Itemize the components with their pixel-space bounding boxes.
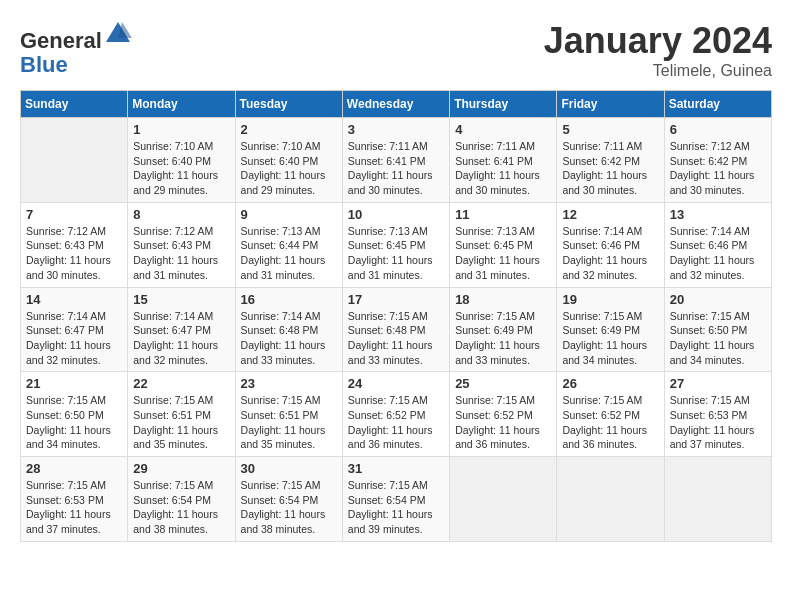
day-number: 29 (133, 461, 229, 476)
day-number: 16 (241, 292, 337, 307)
day-number: 11 (455, 207, 551, 222)
calendar-cell: 11 Sunrise: 7:13 AMSunset: 6:45 PMDaylig… (450, 202, 557, 287)
page-header: General Blue January 2024 Telimele, Guin… (20, 20, 772, 80)
calendar-cell: 25 Sunrise: 7:15 AMSunset: 6:52 PMDaylig… (450, 372, 557, 457)
weekday-header-friday: Friday (557, 91, 664, 118)
week-row-4: 21 Sunrise: 7:15 AMSunset: 6:50 PMDaylig… (21, 372, 772, 457)
day-number: 20 (670, 292, 766, 307)
day-info: Sunrise: 7:11 AMSunset: 6:42 PMDaylight:… (562, 139, 658, 198)
calendar-cell: 23 Sunrise: 7:15 AMSunset: 6:51 PMDaylig… (235, 372, 342, 457)
day-number: 28 (26, 461, 122, 476)
day-number: 2 (241, 122, 337, 137)
week-row-5: 28 Sunrise: 7:15 AMSunset: 6:53 PMDaylig… (21, 457, 772, 542)
day-number: 8 (133, 207, 229, 222)
week-row-2: 7 Sunrise: 7:12 AMSunset: 6:43 PMDayligh… (21, 202, 772, 287)
day-number: 22 (133, 376, 229, 391)
weekday-header-row: SundayMondayTuesdayWednesdayThursdayFrid… (21, 91, 772, 118)
day-info: Sunrise: 7:14 AMSunset: 6:46 PMDaylight:… (670, 224, 766, 283)
day-info: Sunrise: 7:14 AMSunset: 6:48 PMDaylight:… (241, 309, 337, 368)
calendar-cell (664, 457, 771, 542)
day-info: Sunrise: 7:13 AMSunset: 6:44 PMDaylight:… (241, 224, 337, 283)
day-number: 24 (348, 376, 444, 391)
calendar-cell: 6 Sunrise: 7:12 AMSunset: 6:42 PMDayligh… (664, 118, 771, 203)
calendar-cell: 30 Sunrise: 7:15 AMSunset: 6:54 PMDaylig… (235, 457, 342, 542)
day-number: 23 (241, 376, 337, 391)
calendar-cell: 7 Sunrise: 7:12 AMSunset: 6:43 PMDayligh… (21, 202, 128, 287)
weekday-header-wednesday: Wednesday (342, 91, 449, 118)
calendar-cell: 22 Sunrise: 7:15 AMSunset: 6:51 PMDaylig… (128, 372, 235, 457)
day-info: Sunrise: 7:15 AMSunset: 6:49 PMDaylight:… (455, 309, 551, 368)
calendar-cell: 10 Sunrise: 7:13 AMSunset: 6:45 PMDaylig… (342, 202, 449, 287)
calendar-cell: 21 Sunrise: 7:15 AMSunset: 6:50 PMDaylig… (21, 372, 128, 457)
calendar-cell: 4 Sunrise: 7:11 AMSunset: 6:41 PMDayligh… (450, 118, 557, 203)
day-info: Sunrise: 7:15 AMSunset: 6:49 PMDaylight:… (562, 309, 658, 368)
day-info: Sunrise: 7:15 AMSunset: 6:52 PMDaylight:… (455, 393, 551, 452)
day-info: Sunrise: 7:15 AMSunset: 6:52 PMDaylight:… (562, 393, 658, 452)
day-info: Sunrise: 7:12 AMSunset: 6:43 PMDaylight:… (133, 224, 229, 283)
calendar-cell: 9 Sunrise: 7:13 AMSunset: 6:44 PMDayligh… (235, 202, 342, 287)
day-info: Sunrise: 7:11 AMSunset: 6:41 PMDaylight:… (348, 139, 444, 198)
day-info: Sunrise: 7:15 AMSunset: 6:54 PMDaylight:… (348, 478, 444, 537)
day-number: 9 (241, 207, 337, 222)
day-number: 27 (670, 376, 766, 391)
weekday-header-sunday: Sunday (21, 91, 128, 118)
calendar-cell (557, 457, 664, 542)
day-info: Sunrise: 7:11 AMSunset: 6:41 PMDaylight:… (455, 139, 551, 198)
calendar-cell (21, 118, 128, 203)
weekday-header-saturday: Saturday (664, 91, 771, 118)
calendar-cell: 5 Sunrise: 7:11 AMSunset: 6:42 PMDayligh… (557, 118, 664, 203)
calendar-cell: 15 Sunrise: 7:14 AMSunset: 6:47 PMDaylig… (128, 287, 235, 372)
calendar-cell: 3 Sunrise: 7:11 AMSunset: 6:41 PMDayligh… (342, 118, 449, 203)
day-info: Sunrise: 7:14 AMSunset: 6:47 PMDaylight:… (26, 309, 122, 368)
week-row-1: 1 Sunrise: 7:10 AMSunset: 6:40 PMDayligh… (21, 118, 772, 203)
day-number: 7 (26, 207, 122, 222)
calendar-cell: 17 Sunrise: 7:15 AMSunset: 6:48 PMDaylig… (342, 287, 449, 372)
calendar-cell: 13 Sunrise: 7:14 AMSunset: 6:46 PMDaylig… (664, 202, 771, 287)
logo-icon (104, 20, 132, 48)
day-info: Sunrise: 7:10 AMSunset: 6:40 PMDaylight:… (241, 139, 337, 198)
day-info: Sunrise: 7:13 AMSunset: 6:45 PMDaylight:… (455, 224, 551, 283)
day-info: Sunrise: 7:15 AMSunset: 6:54 PMDaylight:… (241, 478, 337, 537)
day-info: Sunrise: 7:15 AMSunset: 6:48 PMDaylight:… (348, 309, 444, 368)
day-info: Sunrise: 7:12 AMSunset: 6:42 PMDaylight:… (670, 139, 766, 198)
month-title: January 2024 (544, 20, 772, 62)
day-number: 1 (133, 122, 229, 137)
day-number: 6 (670, 122, 766, 137)
calendar-cell: 1 Sunrise: 7:10 AMSunset: 6:40 PMDayligh… (128, 118, 235, 203)
day-info: Sunrise: 7:14 AMSunset: 6:47 PMDaylight:… (133, 309, 229, 368)
day-number: 15 (133, 292, 229, 307)
calendar-cell: 24 Sunrise: 7:15 AMSunset: 6:52 PMDaylig… (342, 372, 449, 457)
calendar-cell: 2 Sunrise: 7:10 AMSunset: 6:40 PMDayligh… (235, 118, 342, 203)
logo-blue-text: Blue (20, 52, 68, 77)
calendar-cell: 16 Sunrise: 7:14 AMSunset: 6:48 PMDaylig… (235, 287, 342, 372)
day-info: Sunrise: 7:14 AMSunset: 6:46 PMDaylight:… (562, 224, 658, 283)
calendar-cell (450, 457, 557, 542)
calendar-cell: 29 Sunrise: 7:15 AMSunset: 6:54 PMDaylig… (128, 457, 235, 542)
day-info: Sunrise: 7:15 AMSunset: 6:53 PMDaylight:… (26, 478, 122, 537)
calendar-table: SundayMondayTuesdayWednesdayThursdayFrid… (20, 90, 772, 542)
calendar-cell: 28 Sunrise: 7:15 AMSunset: 6:53 PMDaylig… (21, 457, 128, 542)
calendar-cell: 14 Sunrise: 7:14 AMSunset: 6:47 PMDaylig… (21, 287, 128, 372)
calendar-cell: 31 Sunrise: 7:15 AMSunset: 6:54 PMDaylig… (342, 457, 449, 542)
calendar-cell: 19 Sunrise: 7:15 AMSunset: 6:49 PMDaylig… (557, 287, 664, 372)
day-number: 18 (455, 292, 551, 307)
day-number: 13 (670, 207, 766, 222)
day-number: 25 (455, 376, 551, 391)
day-number: 31 (348, 461, 444, 476)
day-info: Sunrise: 7:12 AMSunset: 6:43 PMDaylight:… (26, 224, 122, 283)
calendar-cell: 12 Sunrise: 7:14 AMSunset: 6:46 PMDaylig… (557, 202, 664, 287)
day-info: Sunrise: 7:15 AMSunset: 6:51 PMDaylight:… (241, 393, 337, 452)
title-block: January 2024 Telimele, Guinea (544, 20, 772, 80)
weekday-header-tuesday: Tuesday (235, 91, 342, 118)
logo: General Blue (20, 20, 132, 77)
calendar-cell: 18 Sunrise: 7:15 AMSunset: 6:49 PMDaylig… (450, 287, 557, 372)
weekday-header-monday: Monday (128, 91, 235, 118)
day-number: 10 (348, 207, 444, 222)
day-info: Sunrise: 7:15 AMSunset: 6:52 PMDaylight:… (348, 393, 444, 452)
day-number: 21 (26, 376, 122, 391)
calendar-cell: 8 Sunrise: 7:12 AMSunset: 6:43 PMDayligh… (128, 202, 235, 287)
day-info: Sunrise: 7:15 AMSunset: 6:54 PMDaylight:… (133, 478, 229, 537)
day-number: 14 (26, 292, 122, 307)
day-number: 4 (455, 122, 551, 137)
weekday-header-thursday: Thursday (450, 91, 557, 118)
